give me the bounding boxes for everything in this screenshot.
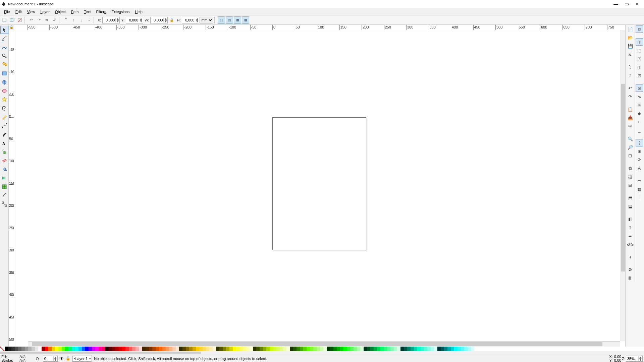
color-swatch[interactable] bbox=[8, 347, 11, 351]
color-swatch[interactable] bbox=[374, 347, 377, 351]
snap-rotation-button[interactable]: ⟳ bbox=[636, 156, 643, 163]
color-swatch[interactable] bbox=[431, 347, 434, 351]
deselect-button[interactable] bbox=[16, 16, 23, 24]
color-swatch[interactable] bbox=[136, 347, 139, 351]
color-swatch[interactable] bbox=[377, 347, 380, 351]
gradient-tool[interactable] bbox=[0, 174, 8, 182]
snap-bbox-center-button[interactable]: ⊡ bbox=[636, 72, 643, 79]
color-swatch[interactable] bbox=[226, 347, 229, 351]
color-swatch[interactable] bbox=[95, 347, 99, 351]
color-swatch[interactable] bbox=[327, 347, 330, 351]
color-swatch[interactable] bbox=[337, 347, 340, 351]
color-swatch[interactable] bbox=[45, 347, 48, 351]
dropper-tool[interactable] bbox=[0, 191, 8, 199]
color-swatch[interactable] bbox=[42, 347, 45, 351]
flip-vertical-button[interactable]: ⇵ bbox=[51, 16, 58, 24]
color-swatch[interactable] bbox=[142, 347, 146, 351]
color-swatch[interactable] bbox=[239, 347, 243, 351]
color-swatch[interactable] bbox=[186, 347, 189, 351]
copy-button[interactable]: 📋 bbox=[627, 106, 634, 113]
zoom-page-button[interactable]: ⊡ bbox=[627, 152, 634, 159]
color-swatch[interactable] bbox=[468, 347, 471, 351]
paste-button[interactable]: 📥 bbox=[627, 114, 634, 121]
affect-pattern-button[interactable]: ▩ bbox=[242, 16, 249, 24]
flip-horizontal-button[interactable]: ⇋ bbox=[43, 16, 50, 24]
color-swatch[interactable] bbox=[25, 347, 28, 351]
color-swatch[interactable] bbox=[387, 347, 390, 351]
color-swatch[interactable] bbox=[427, 347, 431, 351]
rectangle-tool[interactable] bbox=[0, 69, 8, 77]
color-swatch[interactable] bbox=[58, 347, 62, 351]
affect-gradient-button[interactable]: ▦ bbox=[234, 16, 241, 24]
color-swatch[interactable] bbox=[213, 347, 216, 351]
snap-line-midpoint-button[interactable]: ⎯ bbox=[636, 126, 643, 134]
color-swatch[interactable] bbox=[303, 347, 307, 351]
color-swatch[interactable] bbox=[206, 347, 209, 351]
color-swatch[interactable] bbox=[424, 347, 427, 351]
fill-stroke-dialog-button[interactable]: ◧ bbox=[627, 215, 634, 223]
paintbucket-tool[interactable] bbox=[0, 165, 8, 173]
color-swatch[interactable] bbox=[196, 347, 199, 351]
color-swatch[interactable] bbox=[340, 347, 343, 351]
snap-path-button[interactable]: ∿ bbox=[636, 93, 643, 100]
color-swatch[interactable] bbox=[270, 347, 273, 351]
color-swatch[interactable] bbox=[189, 347, 193, 351]
star-tool[interactable] bbox=[0, 96, 8, 104]
align-dialog-button[interactable]: ⫞ bbox=[627, 253, 634, 260]
color-swatch[interactable] bbox=[166, 347, 169, 351]
tweak-tool[interactable] bbox=[0, 43, 8, 51]
color-swatch[interactable] bbox=[307, 347, 310, 351]
color-swatch[interactable] bbox=[263, 347, 266, 351]
palette-scrollbar[interactable] bbox=[0, 351, 644, 354]
text-dialog-button[interactable]: T bbox=[627, 224, 634, 231]
ungroup-button[interactable]: ⬓ bbox=[627, 202, 634, 210]
color-swatch[interactable] bbox=[156, 347, 159, 351]
color-swatch[interactable] bbox=[152, 347, 156, 351]
horizontal-scrollbar[interactable] bbox=[28, 341, 620, 347]
close-button[interactable]: ✕ bbox=[632, 0, 643, 8]
no-fill-swatch[interactable] bbox=[0, 347, 5, 351]
color-swatch[interactable] bbox=[320, 347, 323, 351]
color-swatch[interactable] bbox=[55, 347, 58, 351]
color-swatch[interactable] bbox=[333, 347, 337, 351]
color-swatch[interactable] bbox=[414, 347, 417, 351]
menu-layer[interactable]: Layer bbox=[38, 9, 52, 14]
minimize-button[interactable]: — bbox=[610, 0, 621, 8]
layers-dialog-button[interactable]: ≣ bbox=[627, 232, 634, 239]
color-swatch[interactable] bbox=[78, 347, 82, 351]
color-swatch[interactable] bbox=[367, 347, 370, 351]
menu-object[interactable]: Object bbox=[52, 9, 68, 14]
document-properties-button[interactable]: 🗎 bbox=[627, 274, 634, 282]
color-swatch[interactable] bbox=[330, 347, 333, 351]
mesh-tool[interactable] bbox=[0, 183, 8, 191]
color-swatch[interactable] bbox=[437, 347, 441, 351]
color-swatch[interactable] bbox=[219, 347, 223, 351]
color-swatch[interactable] bbox=[176, 347, 179, 351]
color-swatch[interactable] bbox=[62, 347, 65, 351]
color-swatch[interactable] bbox=[276, 347, 280, 351]
color-swatch[interactable] bbox=[417, 347, 421, 351]
redo-button[interactable]: ↷ bbox=[627, 93, 634, 100]
color-swatch[interactable] bbox=[162, 347, 166, 351]
color-swatch[interactable] bbox=[65, 347, 68, 351]
color-swatch[interactable] bbox=[82, 347, 85, 351]
color-swatch[interactable] bbox=[169, 347, 172, 351]
color-swatch[interactable] bbox=[317, 347, 320, 351]
color-swatch[interactable] bbox=[38, 347, 42, 351]
color-swatch[interactable] bbox=[471, 347, 474, 351]
export-button[interactable]: ⤴ bbox=[627, 72, 634, 79]
color-swatch[interactable] bbox=[182, 347, 186, 351]
color-swatch[interactable] bbox=[246, 347, 250, 351]
color-swatch[interactable] bbox=[451, 347, 454, 351]
stroke-value[interactable]: N/A bbox=[19, 359, 33, 362]
color-swatch[interactable] bbox=[102, 347, 105, 351]
color-swatch[interactable] bbox=[256, 347, 260, 351]
color-swatch[interactable] bbox=[266, 347, 270, 351]
color-swatch[interactable] bbox=[68, 347, 72, 351]
duplicate-button[interactable]: ⧉ bbox=[627, 165, 634, 172]
color-swatch[interactable] bbox=[172, 347, 176, 351]
color-swatch[interactable] bbox=[72, 347, 75, 351]
color-swatch[interactable] bbox=[48, 347, 52, 351]
snap-bbox-corner-button[interactable]: ◳ bbox=[636, 55, 643, 62]
guide-lock-corner[interactable]: 🔒 bbox=[9, 25, 14, 30]
